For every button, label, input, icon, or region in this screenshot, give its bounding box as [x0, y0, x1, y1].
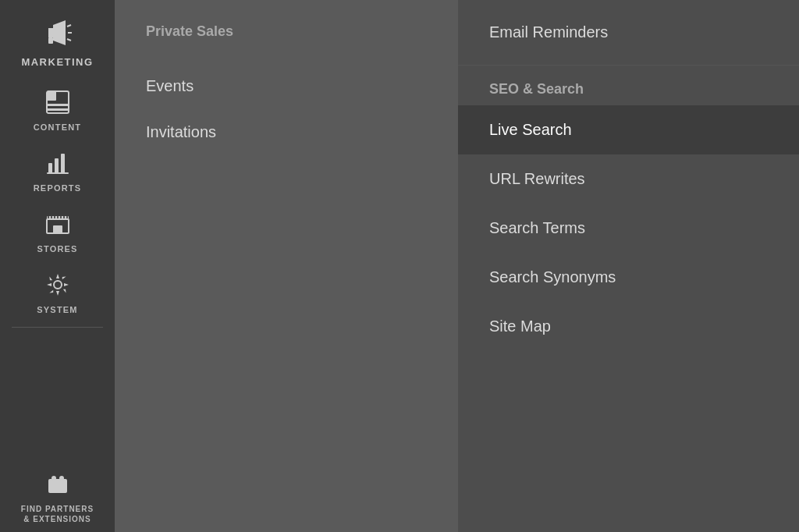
events-item[interactable]: Events [146, 63, 458, 109]
sidebar-item-stores[interactable]: STORES [0, 200, 115, 261]
seo-section: SEO & Search Live Search URL Rewrites Se… [458, 66, 799, 351]
svg-rect-27 [59, 476, 64, 481]
svg-line-3 [67, 25, 71, 27]
sidebar-item-partners-label: FIND PARTNERS & EXTENSIONS [21, 504, 94, 524]
search-synonyms-item[interactable]: Search Synonyms [458, 253, 799, 302]
svg-rect-25 [48, 479, 67, 493]
svg-rect-2 [48, 37, 53, 44]
right-panel: Email Reminders SEO & Search Live Search… [458, 0, 799, 532]
svg-rect-26 [51, 476, 56, 481]
sidebar-item-content[interactable]: CONTENT [0, 79, 115, 140]
sidebar-item-content-label: CONTENT [34, 122, 82, 132]
svg-rect-11 [55, 158, 59, 174]
svg-rect-12 [61, 154, 65, 174]
email-reminders-item[interactable]: Email Reminders [489, 16, 768, 49]
sidebar-item-system-label: SYSTEM [37, 305, 77, 314]
svg-rect-13 [47, 172, 69, 174]
svg-line-5 [67, 39, 71, 41]
private-sales-header: Private Sales [146, 23, 458, 40]
svg-rect-7 [47, 91, 56, 101]
url-rewrites-item[interactable]: URL Rewrites [458, 154, 799, 204]
right-top-section: Email Reminders [458, 0, 799, 66]
invitations-item[interactable]: Invitations [146, 109, 458, 155]
system-icon [45, 272, 70, 300]
sidebar-brand-label: MARKETING [21, 56, 93, 68]
sidebar-nav: CONTENT REPORTS [0, 79, 115, 532]
stores-icon [45, 211, 70, 239]
middle-panel: Private Sales Events Invitations [115, 0, 458, 532]
sidebar-item-reports-label: REPORTS [34, 183, 82, 193]
svg-marker-1 [53, 20, 66, 45]
svg-rect-8 [47, 104, 69, 106]
svg-rect-10 [48, 163, 52, 174]
sidebar-item-partners[interactable]: FIND PARTNERS & EXTENSIONS [0, 460, 115, 532]
sidebar-item-system[interactable]: SYSTEM [0, 261, 115, 322]
search-terms-item[interactable]: Search Terms [458, 204, 799, 253]
svg-rect-9 [47, 108, 69, 111]
site-map-item[interactable]: Site Map [458, 302, 799, 351]
svg-marker-0 [48, 28, 53, 37]
seo-header: SEO & Search [458, 66, 799, 105]
partners-icon [45, 471, 70, 499]
svg-point-24 [54, 281, 62, 289]
content-icon [45, 90, 70, 118]
sidebar-divider [12, 327, 104, 328]
svg-rect-23 [53, 225, 62, 233]
sidebar-item-reports[interactable]: REPORTS [0, 140, 115, 200]
sidebar: MARKETING CONTENT [0, 0, 115, 532]
marketing-icon [39, 14, 76, 51]
reports-icon [45, 151, 70, 179]
sidebar-brand[interactable]: MARKETING [0, 0, 115, 79]
sidebar-item-stores-label: STORES [37, 244, 77, 254]
live-search-item[interactable]: Live Search [458, 105, 799, 154]
